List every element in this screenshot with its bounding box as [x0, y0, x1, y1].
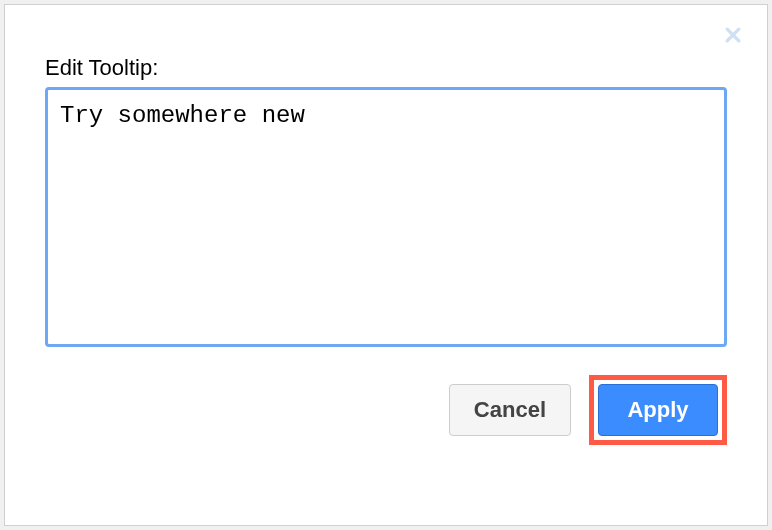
tooltip-label: Edit Tooltip:	[45, 55, 727, 81]
edit-tooltip-dialog: Edit Tooltip: Cancel Apply	[4, 4, 768, 526]
tooltip-textarea[interactable]	[45, 87, 727, 347]
apply-button[interactable]: Apply	[598, 384, 718, 436]
apply-highlight: Apply	[589, 375, 727, 445]
close-icon[interactable]	[721, 23, 745, 47]
button-row: Cancel Apply	[45, 375, 727, 445]
cancel-button[interactable]: Cancel	[449, 384, 571, 436]
